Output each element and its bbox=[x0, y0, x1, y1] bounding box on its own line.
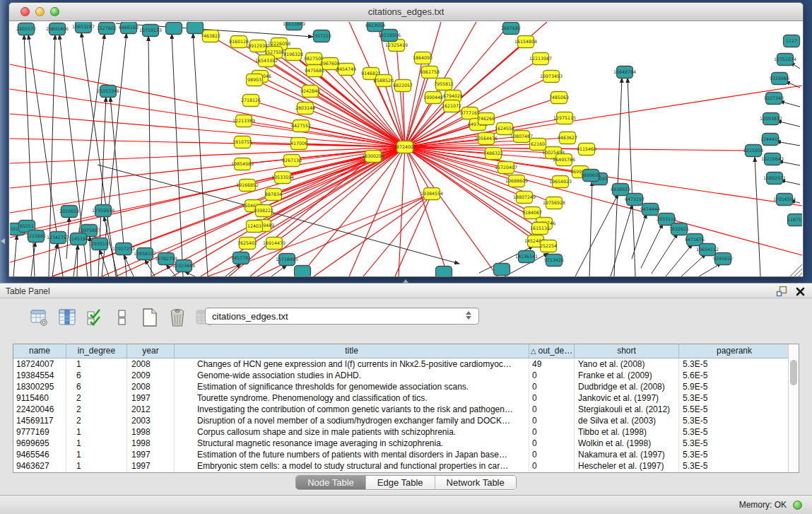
table-cell[interactable]: 0 bbox=[529, 370, 575, 381]
table-row[interactable]: 969969511998Structural magnetic resonanc… bbox=[13, 438, 799, 449]
yellow-node[interactable]: 417006 bbox=[290, 138, 307, 150]
teal-node[interactable]: 9457791 bbox=[231, 252, 251, 264]
table-cell[interactable]: 5.3E-5 bbox=[679, 449, 790, 460]
yellow-node[interactable]: 10973493 bbox=[540, 71, 563, 83]
teal-node[interactable]: 21053346 bbox=[97, 86, 119, 98]
table-cell[interactable]: 0 bbox=[529, 449, 575, 460]
teal-node[interactable]: 1145194 bbox=[69, 233, 88, 245]
teal-node[interactable]: 8215958 bbox=[743, 145, 763, 157]
yellow-node[interactable]: 7463822 bbox=[201, 30, 220, 42]
yellow-node[interactable]: 6822057 bbox=[393, 80, 413, 92]
teal-node[interactable]: 10653287 bbox=[72, 22, 95, 33]
network-nodes[interactable]: 1872400718300295193845547463822816012889… bbox=[10, 22, 802, 276]
delete-trash-button[interactable] bbox=[167, 307, 187, 328]
teal-node[interactable]: 12323448 bbox=[172, 260, 195, 272]
table-cell[interactable]: Estimation of significance thresholds fo… bbox=[175, 381, 529, 392]
table-cell[interactable]: 19384554 bbox=[13, 370, 66, 381]
yellow-node[interactable]: 15720407 bbox=[495, 162, 517, 174]
table-cell[interactable]: 1997 bbox=[127, 392, 175, 404]
splitter-handle[interactable] bbox=[403, 279, 408, 283]
table-cell[interactable]: 1 bbox=[66, 438, 127, 449]
table-cell[interactable]: 1 bbox=[66, 449, 127, 460]
yellow-node[interactable]: 9777169 bbox=[460, 107, 480, 119]
table-cell[interactable]: Disruption of a novel member of a sodium… bbox=[175, 415, 529, 426]
teal-node[interactable]: 2405572 bbox=[16, 23, 36, 35]
table-cell[interactable]: 22420046 bbox=[13, 404, 66, 415]
table-cell[interactable]: 49 bbox=[529, 358, 575, 370]
yellow-node[interactable]: 9398222 bbox=[254, 205, 273, 217]
teal-node[interactable]: 12935135 bbox=[88, 238, 111, 250]
yellow-node[interactable]: 2718126 bbox=[241, 95, 261, 107]
teal-node[interactable]: 12093832 bbox=[760, 113, 782, 125]
table-cell[interactable]: 1998 bbox=[127, 438, 175, 449]
table-cell[interactable]: 6 bbox=[66, 370, 127, 381]
yellow-node[interactable]: 7625402 bbox=[237, 238, 257, 250]
network-canvas[interactable]: 1872400718300295193845547463822816012889… bbox=[10, 22, 802, 276]
column-header-name[interactable]: name bbox=[13, 344, 66, 358]
yellow-node[interactable]: 19384554 bbox=[420, 188, 443, 200]
teal-node[interactable]: 15751074 bbox=[774, 54, 796, 66]
table-settings-button[interactable] bbox=[30, 307, 49, 328]
table-row[interactable]: 1872400712008Changes of HCN gene express… bbox=[13, 358, 799, 370]
table-cell[interactable]: 2009 bbox=[127, 370, 175, 381]
teal-node[interactable]: 7632621 bbox=[669, 223, 689, 235]
tab-edge-table[interactable]: Edge Table bbox=[366, 476, 435, 489]
yellow-node[interactable]: 19854989 bbox=[231, 158, 254, 170]
show-column-button[interactable] bbox=[57, 307, 77, 328]
table-cell[interactable]: 5.3E-5 bbox=[679, 460, 790, 472]
yellow-node[interactable]: 2588520 bbox=[374, 75, 394, 87]
yellow-node[interactable]: 18300295 bbox=[362, 151, 384, 163]
yellow-node[interactable]: 19654923 bbox=[549, 176, 572, 188]
table-cell[interactable]: Genome-wide association studies in ADHD. bbox=[175, 370, 529, 381]
teal-node[interactable]: 16210643 bbox=[761, 153, 784, 165]
table-cell[interactable]: 1 bbox=[66, 426, 127, 438]
yellow-node[interactable]: 1990448 bbox=[423, 92, 443, 104]
table-row[interactable]: 2242004622012Investigating the contribut… bbox=[13, 404, 799, 415]
yellow-node[interactable]: 12975115 bbox=[553, 112, 576, 124]
yellow-node[interactable]: 16914479 bbox=[263, 238, 286, 250]
teal-node[interactable]: 19218506 bbox=[378, 30, 401, 42]
table-cell[interactable]: 6 bbox=[66, 381, 127, 392]
panel-collapse-arrow-icon[interactable] bbox=[1, 238, 5, 244]
teal-node[interactable]: 20691406 bbox=[46, 23, 69, 35]
table-cell[interactable]: 0 bbox=[529, 404, 575, 415]
table-cell[interactable]: 5.3E-5 bbox=[679, 392, 790, 404]
yellow-node[interactable]: 1621072 bbox=[442, 100, 461, 112]
yellow-node[interactable]: 12213389 bbox=[233, 115, 255, 127]
column-header-out_de[interactable]: △out_de… bbox=[529, 344, 575, 358]
select-rows-button[interactable] bbox=[85, 307, 105, 328]
table-cell[interactable]: 2003 bbox=[127, 415, 175, 426]
network-window-titlebar[interactable]: citations_edges.txt bbox=[9, 3, 803, 21]
teal-node[interactable]: 9329966 bbox=[770, 73, 789, 85]
yellow-node[interactable]: 8196328 bbox=[283, 49, 303, 61]
teal-node[interactable]: 12342757 bbox=[47, 232, 69, 244]
table-cell[interactable]: 2 bbox=[66, 392, 127, 404]
window-resize-grip[interactable] bbox=[790, 264, 802, 276]
yellow-node[interactable]: 1864093 bbox=[413, 52, 433, 64]
column-header-title[interactable]: title bbox=[175, 344, 529, 358]
teal-node[interactable] bbox=[187, 22, 204, 34]
teal-node[interactable]: 17957253 bbox=[112, 243, 135, 255]
yellow-node[interactable]: 6961758 bbox=[420, 66, 440, 78]
table-cell[interactable]: 1 bbox=[66, 358, 127, 370]
yellow-node[interactable]: 252254 bbox=[540, 240, 557, 252]
table-cell[interactable]: 14569117 bbox=[13, 415, 66, 426]
table-cell[interactable]: Structural magnetic resonance image aver… bbox=[175, 438, 529, 449]
yellow-node[interactable]: 16495786 bbox=[553, 154, 575, 166]
teal-node[interactable]: 1117 bbox=[784, 35, 800, 47]
teal-node[interactable]: 16033809 bbox=[283, 22, 305, 30]
yellow-node[interactable]: 7485063 bbox=[549, 92, 569, 104]
teal-node[interactable]: 9474444 bbox=[640, 204, 660, 216]
yellow-node[interactable]: 16543392 bbox=[255, 55, 278, 67]
table-cell[interactable]: 5.3E-5 bbox=[679, 426, 790, 438]
yellow-node[interactable]: 7955812 bbox=[434, 78, 454, 90]
table-cell[interactable]: 2012 bbox=[127, 404, 175, 415]
tab-node-table[interactable]: Node Table bbox=[296, 476, 366, 489]
table-cell[interactable]: 5.6E-5 bbox=[679, 370, 790, 381]
yellow-node[interactable]: 19756928 bbox=[543, 197, 565, 209]
yellow-node[interactable]: 8427552 bbox=[291, 120, 311, 132]
tab-network-table[interactable]: Network Table bbox=[435, 476, 516, 489]
yellow-node[interactable]: 9475685 bbox=[305, 65, 324, 77]
teal-node[interactable]: 116755 bbox=[787, 214, 802, 226]
table-row[interactable]: 977716911998Corpus callosum shape and si… bbox=[13, 426, 799, 438]
